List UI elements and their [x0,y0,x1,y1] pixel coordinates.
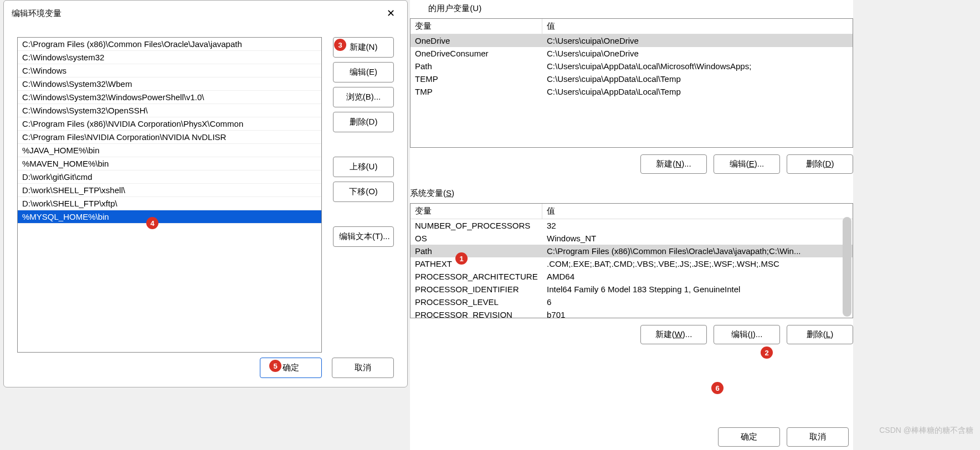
table-header: 变量 值 [411,204,853,219]
path-item[interactable]: C:\Windows [18,64,321,77]
user-delete-button[interactable]: 删除(D) [787,154,853,174]
system-vars-label: 系统变量(S) [410,185,853,203]
dialog-titlebar: 编辑环境变量 ✕ [4,1,407,26]
edit-button[interactable]: 编辑(E) [333,62,394,82]
path-item[interactable]: %MYSQL_HOME%\bin [18,210,321,224]
path-item[interactable]: D:\work\SHELL_FTP\xshell\ [18,184,321,197]
delete-button[interactable]: 删除(D) [333,112,394,132]
table-row[interactable]: PROCESSOR_REVISIONb701 [411,308,853,318]
path-item[interactable]: C:\Windows\System32\WindowsPowerShell\v1… [18,91,321,104]
browse-button[interactable]: 浏览(B)... [333,87,394,107]
path-item[interactable]: C:\Program Files (x86)\Common Files\Orac… [18,38,321,51]
path-item[interactable]: %MAVEN_HOME%\bin [18,157,321,170]
table-row[interactable]: TMPC:\Users\cuipa\AppData\Local\Temp [411,85,853,98]
edit-text-button[interactable]: 编辑文本(T)... [333,226,394,247]
table-row[interactable]: TEMPC:\Users\cuipa\AppData\Local\Temp [411,73,853,85]
path-item[interactable]: %JAVA_HOME%\bin [18,144,321,157]
watermark: CSDN @棒棒糖的糖不含糖 [879,426,973,436]
sys-edit-button[interactable]: 编辑(I)... [714,325,780,344]
dialog-title: 编辑环境变量 [12,8,61,19]
edit-env-var-dialog: 编辑环境变量 ✕ C:\Program Files (x86)\Common F… [3,0,408,387]
system-vars-table[interactable]: 变量 值 NUMBER_OF_PROCESSORS32OSWindows_NTP… [410,203,853,318]
table-row[interactable]: PATHEXT.COM;.EXE;.BAT;.CMD;.VBS;.VBE;.JS… [411,257,853,270]
move-up-button[interactable]: 上移(U) [333,157,394,177]
table-row[interactable]: PROCESSOR_ARCHITECTUREAMD64 [411,270,853,283]
table-row[interactable]: PROCESSOR_LEVEL6 [411,296,853,308]
path-item[interactable]: D:\work\git\Git\cmd [18,170,321,184]
path-item[interactable]: C:\Windows\System32\Wbem [18,77,321,91]
path-item[interactable]: C:\Windows\system32 [18,51,321,64]
table-row[interactable]: OneDriveC:\Users\cuipa\OneDrive [411,34,853,47]
path-item[interactable]: C:\Program Files\NVIDIA Corporation\NVID… [18,131,321,144]
ok-button[interactable]: 确定 [260,358,322,378]
path-item[interactable]: C:\Program Files (x86)\NVIDIA Corporatio… [18,117,321,131]
path-item[interactable]: C:\Windows\System32\OpenSSH\ [18,104,321,117]
col-variable: 变量 [411,204,542,219]
table-row[interactable]: OneDriveConsumerC:\Users\cuipa\OneDrive [411,47,853,60]
user-new-button[interactable]: 新建(N)... [640,154,707,174]
sys-delete-button[interactable]: 删除(L) [787,325,853,344]
table-row[interactable]: NUMBER_OF_PROCESSORS32 [411,219,853,232]
col-value: 值 [542,204,853,219]
path-listbox[interactable]: C:\Program Files (x86)\Common Files\Orac… [17,37,322,353]
cancel-button[interactable]: 取消 [787,427,849,447]
table-row[interactable]: PathC:\Users\cuipa\AppData\Local\Microso… [411,60,853,73]
path-item[interactable]: D:\work\SHELL_FTP\xftp\ [18,197,321,210]
user-vars-label: 的用户变量(U) [410,0,853,18]
col-variable: 变量 [411,19,542,34]
new-button[interactable]: 新建(N) [333,37,394,58]
close-icon[interactable]: ✕ [382,6,399,20]
table-row[interactable]: OSWindows_NT [411,232,853,245]
user-vars-table[interactable]: 变量 值 OneDriveC:\Users\cuipa\OneDriveOneD… [410,18,853,148]
user-edit-button[interactable]: 编辑(E)... [714,154,780,174]
table-header: 变量 值 [411,19,853,34]
table-row[interactable]: PROCESSOR_IDENTIFIERIntel64 Family 6 Mod… [411,283,853,296]
sys-new-button[interactable]: 新建(W)... [640,325,707,344]
col-value: 值 [542,19,853,34]
table-row[interactable]: PathC:\Program Files (x86)\Common Files\… [411,245,853,257]
cancel-button[interactable]: 取消 [332,358,394,378]
ok-button[interactable]: 确定 [718,427,780,447]
env-vars-parent-dialog: 的用户变量(U) 变量 值 OneDriveC:\Users\cuipa\One… [410,0,853,450]
move-down-button[interactable]: 下移(O) [333,182,394,202]
